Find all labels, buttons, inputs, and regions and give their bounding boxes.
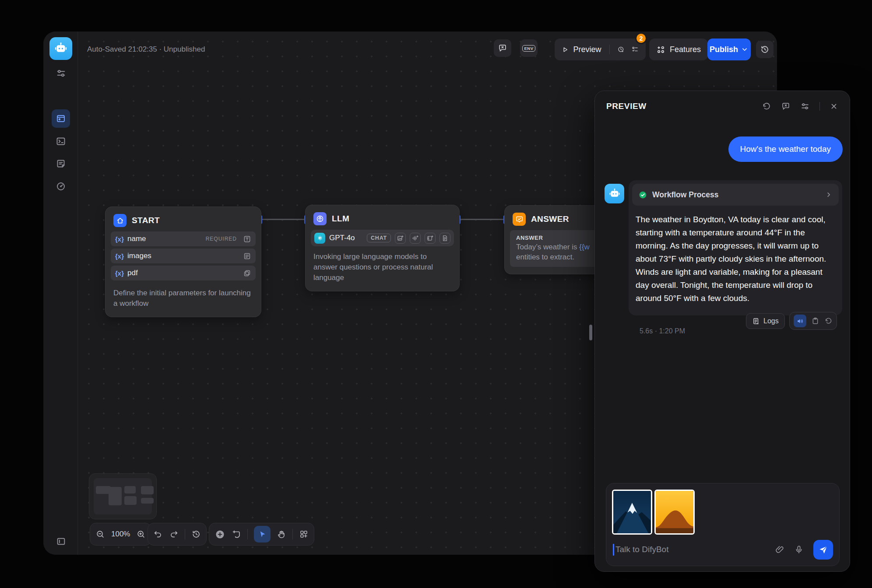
chat-input[interactable] (615, 545, 765, 554)
text-caret (613, 544, 614, 556)
files-icon (243, 269, 251, 277)
node-title: LLM (332, 214, 349, 224)
send-button[interactable] (813, 540, 833, 560)
workflow-settings-icon[interactable] (52, 64, 70, 82)
zoom-out-icon[interactable] (95, 529, 105, 539)
attachment-thumbnail-mountain-night[interactable] (612, 490, 652, 535)
start-field-name: {x} name REQUIRED (111, 231, 256, 246)
speak-button[interactable] (794, 315, 806, 327)
variable-name: pdf (127, 269, 239, 277)
variable-token: {x} (115, 270, 124, 277)
start-field-pdf: {x} pdf (111, 266, 256, 280)
copy-icon[interactable] (811, 317, 819, 325)
organize-nodes-icon[interactable] (299, 529, 309, 539)
paperclip-icon[interactable] (775, 545, 784, 554)
minimap-node (124, 486, 136, 494)
undo-icon[interactable] (153, 529, 163, 539)
node-description: Define the initial parameters for launch… (105, 283, 261, 317)
sidebar-item-monitoring[interactable] (52, 177, 70, 196)
edge-llm-answer (460, 219, 504, 220)
history-icon (760, 45, 770, 54)
node-start-header: START (105, 207, 261, 231)
collapse-sidebar-button[interactable] (52, 532, 70, 550)
edge-start-llm (261, 219, 305, 220)
chevron-right-icon (825, 191, 833, 199)
close-icon[interactable] (830, 102, 838, 111)
sidebar (43, 32, 78, 555)
divider (609, 45, 610, 54)
env-icon: ENV (522, 45, 535, 52)
minimap-node (124, 496, 137, 505)
zoom-in-icon[interactable] (136, 529, 146, 539)
variable-token: {x} (115, 235, 124, 243)
node-llm-header: LLM (306, 205, 459, 230)
bot-message-text: The weather in Boydton, VA today is clea… (636, 213, 835, 305)
add-note-icon[interactable] (232, 529, 241, 539)
audio-capability-icon (410, 233, 421, 244)
sidebar-item-logs[interactable] (52, 154, 70, 173)
hand-mode-icon[interactable] (277, 529, 286, 539)
env-variables-button[interactable]: ENV (520, 39, 538, 57)
publish-button[interactable]: Publish (707, 38, 751, 60)
checklist-icon[interactable] (631, 45, 639, 54)
node-llm[interactable]: LLM GPT-4o CHAT Invoking large language … (305, 205, 460, 291)
minimap-node (141, 486, 154, 494)
zoom-level[interactable]: 100% (111, 530, 130, 539)
settings-sliders-icon[interactable] (800, 102, 810, 111)
zoom-toolbar: 100% (90, 523, 151, 546)
llm-icon (313, 212, 327, 225)
logs-button[interactable]: Logs (746, 313, 785, 329)
terminal-icon (56, 136, 66, 147)
sidebar-item-api[interactable] (52, 132, 70, 150)
features-label: Features (670, 45, 701, 54)
chevron-down-icon (741, 46, 749, 53)
redo-icon[interactable] (169, 529, 179, 539)
send-icon (818, 545, 828, 555)
run-history-icon[interactable] (617, 45, 625, 54)
log-icon (56, 158, 66, 169)
vision-capability-icon (395, 233, 406, 244)
variable-name: images (127, 252, 239, 260)
app-avatar[interactable] (49, 37, 72, 60)
regenerate-icon[interactable] (824, 317, 833, 325)
sidebar-item-orchestrate[interactable] (52, 109, 70, 128)
panel-resize-handle[interactable] (589, 325, 592, 340)
history-icon[interactable] (191, 529, 201, 539)
features-button[interactable]: Features (649, 38, 708, 60)
preview-run-button[interactable]: Preview (573, 45, 601, 54)
user-message-bubble: How's the weather today (728, 136, 843, 162)
message-actions (789, 312, 837, 330)
message-meta: 5.6s · 1:20 PM (640, 327, 685, 335)
template-variable: {{w (579, 243, 590, 251)
checklist-badge: 2 (635, 32, 647, 44)
node-title: START (132, 216, 160, 225)
gauge-icon (56, 181, 66, 192)
preview-panel-header: PREVIEW (595, 91, 850, 122)
speaker-icon (796, 317, 804, 325)
home-icon (113, 214, 127, 227)
node-start[interactable]: START {x} name REQUIRED {x} images {x} p… (105, 206, 261, 317)
model-name: GPT-4o (329, 234, 363, 242)
panel-title: PREVIEW (606, 102, 752, 111)
model-selector[interactable]: GPT-4o CHAT (311, 230, 454, 246)
editing-toolbar (209, 523, 314, 546)
minimap[interactable] (89, 473, 157, 519)
start-field-images: {x} images (111, 248, 256, 263)
add-node-button[interactable] (214, 529, 225, 540)
play-icon[interactable] (562, 45, 569, 54)
collapse-panel-icon (56, 536, 67, 547)
pointer-mode-button[interactable] (254, 526, 271, 542)
version-history-button[interactable] (756, 41, 774, 58)
workflow-process-toggle[interactable]: Workflow Process (632, 184, 839, 206)
restart-conversation-icon[interactable] (762, 102, 771, 111)
variable-token: {x} (115, 252, 124, 260)
model-mode-badge: CHAT (367, 234, 391, 242)
chat-x-icon[interactable] (781, 102, 791, 111)
robot-icon (608, 188, 621, 200)
cursor-icon (258, 530, 267, 539)
mic-icon[interactable] (794, 545, 804, 554)
features-icon (656, 45, 665, 54)
annotation-button[interactable] (494, 39, 511, 57)
attachment-thumbnail-mountain-sunset[interactable] (654, 490, 695, 535)
logs-icon (752, 317, 760, 325)
